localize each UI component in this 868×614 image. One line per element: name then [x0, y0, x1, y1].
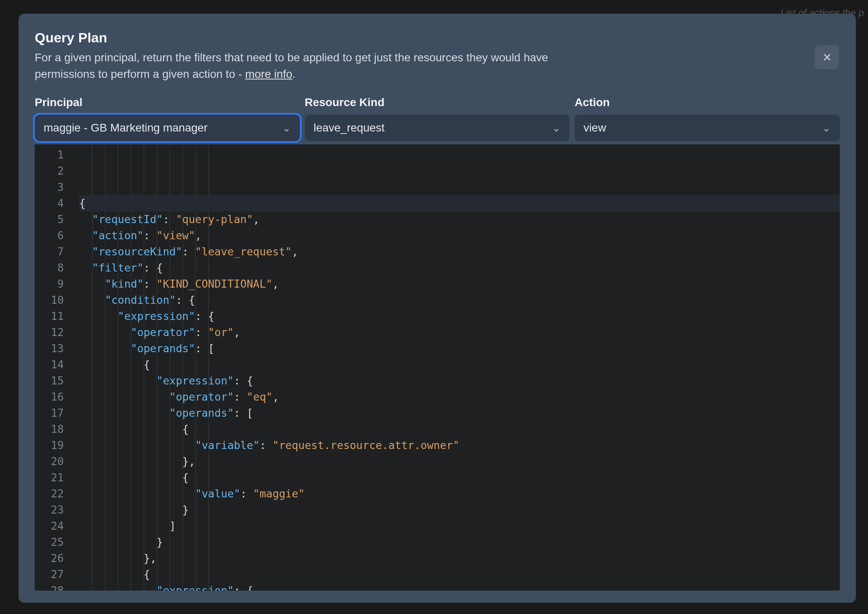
modal-subtitle-suffix: . — [292, 68, 296, 80]
code-line: "resourceKind": "leave_request", — [79, 244, 840, 260]
line-number: 10 — [35, 292, 64, 308]
code-content: { "requestId": "query-plan", "action": "… — [71, 144, 840, 591]
line-number: 1 — [35, 147, 64, 163]
principal-label: Principal — [35, 96, 300, 109]
line-number: 19 — [35, 437, 64, 453]
resource-kind-value: leave_request — [314, 121, 385, 134]
code-line: "requestId": "query-plan", — [79, 211, 840, 228]
line-number: 6 — [35, 228, 64, 244]
code-line: { — [79, 566, 840, 583]
resource-kind-label: Resource Kind — [305, 96, 570, 109]
code-line: "filter": { — [79, 260, 840, 276]
code-line: } — [79, 502, 840, 518]
line-number: 28 — [35, 583, 64, 591]
chevron-down-icon: ⌄ — [552, 122, 561, 134]
more-info-link[interactable]: more info — [245, 68, 292, 80]
code-line: { — [79, 470, 840, 486]
modal-title: Query Plan — [35, 30, 840, 46]
code-line: "operands": [ — [79, 340, 840, 357]
line-number: 4 — [35, 195, 64, 211]
code-line: "expression": { — [79, 308, 840, 324]
query-plan-modal: ✕ Query Plan For a given principal, retu… — [19, 14, 856, 603]
line-number: 12 — [35, 324, 64, 340]
code-line: { — [79, 421, 840, 437]
code-line: ] — [79, 518, 840, 534]
line-number: 14 — [35, 357, 64, 373]
resource-kind-column: Resource Kind leave_request ⌄ — [305, 96, 570, 141]
code-line: "expression": { — [79, 583, 840, 591]
line-number: 2 — [35, 163, 64, 179]
line-number: 21 — [35, 470, 64, 486]
principal-column: Principal maggie - GB Marketing manager … — [35, 96, 300, 141]
modal-subtitle: For a given principal, return the filter… — [35, 50, 608, 82]
selectors-row: Principal maggie - GB Marketing manager … — [35, 96, 840, 141]
code-line: "expression": { — [79, 373, 840, 389]
close-button[interactable]: ✕ — [815, 45, 839, 69]
line-number: 22 — [35, 486, 64, 502]
code-line: }, — [79, 453, 840, 470]
line-number: 16 — [35, 389, 64, 405]
action-label: Action — [574, 96, 840, 109]
code-line: "operator": "eq", — [79, 389, 840, 405]
line-number: 20 — [35, 453, 64, 470]
action-value: view — [583, 121, 606, 134]
chevron-down-icon: ⌄ — [282, 122, 291, 134]
action-column: Action view ⌄ — [574, 96, 840, 141]
line-number: 5 — [35, 211, 64, 228]
line-number: 26 — [35, 550, 64, 566]
code-line: "operator": "or", — [79, 324, 840, 340]
code-line: { — [79, 357, 840, 373]
code-line: "kind": "KIND_CONDITIONAL", — [79, 276, 840, 292]
close-icon: ✕ — [822, 51, 832, 64]
action-select[interactable]: view ⌄ — [574, 115, 840, 141]
code-line: "condition": { — [79, 292, 840, 308]
line-number: 8 — [35, 260, 64, 276]
line-number: 13 — [35, 340, 64, 357]
line-number-gutter: 1234567891011121314151617181920212223242… — [35, 144, 71, 591]
code-line: }, — [79, 550, 840, 566]
code-editor[interactable]: 1234567891011121314151617181920212223242… — [35, 144, 840, 591]
code-line: "operands": [ — [79, 405, 840, 421]
line-number: 7 — [35, 244, 64, 260]
resource-kind-select[interactable]: leave_request ⌄ — [305, 115, 570, 141]
line-number: 15 — [35, 373, 64, 389]
line-number: 18 — [35, 421, 64, 437]
principal-select[interactable]: maggie - GB Marketing manager ⌄ — [35, 115, 300, 141]
code-line: "action": "view", — [79, 228, 840, 244]
line-number: 23 — [35, 502, 64, 518]
code-line: } — [79, 534, 840, 550]
line-number: 9 — [35, 276, 64, 292]
line-number: 24 — [35, 518, 64, 534]
code-line: "value": "maggie" — [79, 486, 840, 502]
principal-value: maggie - GB Marketing manager — [44, 121, 208, 134]
chevron-down-icon: ⌄ — [822, 122, 831, 134]
line-number: 3 — [35, 179, 64, 195]
line-number: 11 — [35, 308, 64, 324]
code-line: "variable": "request.resource.attr.owner… — [79, 437, 840, 453]
code-line: { — [79, 195, 840, 211]
line-number: 25 — [35, 534, 64, 550]
line-number: 17 — [35, 405, 64, 421]
line-number: 27 — [35, 566, 64, 583]
